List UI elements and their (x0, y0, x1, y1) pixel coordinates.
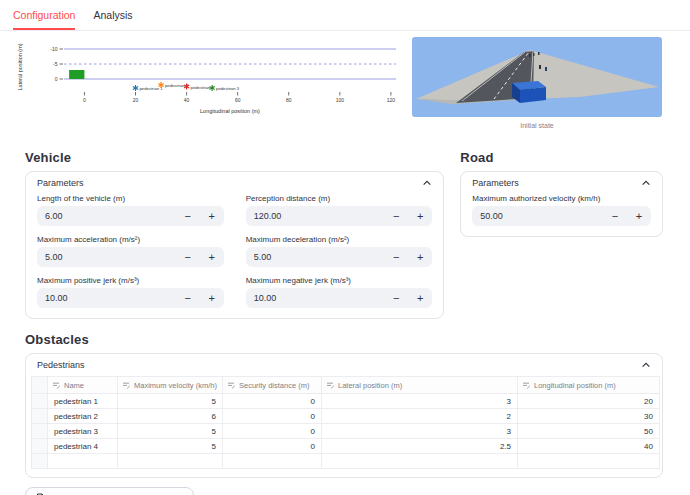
max-negative-jerk-input[interactable]: 10.00 − + (246, 288, 433, 308)
row-marker-header[interactable] (32, 377, 48, 394)
cell-security-distance[interactable]: 0 (223, 394, 322, 409)
field-label: Maximum negative jerk (m/s³) (246, 276, 433, 285)
pedestrian-figure (538, 52, 540, 55)
field-max-acceleration: Maximum acceleration (m/s²) 5.00 − + (37, 235, 224, 267)
row-marker[interactable] (32, 409, 48, 424)
cell-name[interactable]: pedestrian 1 (48, 394, 118, 409)
column-header-lateral-position[interactable]: Lateral position (m) (322, 377, 518, 394)
input-value: 120.00 (246, 211, 385, 221)
input-value: 10.00 (37, 293, 176, 303)
table-row: pedestrian 3 5 0 3 50 (32, 424, 660, 439)
svg-text:pedestrian 3: pedestrian 3 (216, 86, 240, 91)
max-authorized-velocity-input[interactable]: 50.00 − + (472, 206, 651, 226)
field-length-of-vehicle: Length of the vehicle (m) 6.00 − + (37, 194, 224, 226)
chevron-up-icon (422, 179, 432, 187)
field-max-positive-jerk: Maximum positive jerk (m/s³) 10.00 − + (37, 276, 224, 308)
max-positive-jerk-input[interactable]: 10.00 − + (37, 288, 224, 308)
tab-analysis[interactable]: Analysis (93, 9, 132, 30)
column-type-icon (326, 381, 335, 390)
cell-name[interactable]: pedestrian 2 (48, 409, 118, 424)
cell-empty[interactable] (48, 454, 118, 469)
decrement-button[interactable]: − (384, 210, 408, 222)
cell-max-velocity[interactable]: 6 (118, 409, 223, 424)
pedestrians-expander-header[interactable]: Pedestrians (26, 354, 662, 376)
cell-longitudinal-position[interactable]: 50 (518, 424, 660, 439)
cell-empty[interactable] (518, 454, 660, 469)
decrement-button[interactable]: − (603, 210, 627, 222)
column-header-name[interactable]: Name (48, 377, 118, 394)
input-value: 10.00 (246, 293, 385, 303)
vehicle-parameters-expander-header[interactable]: Parameters (26, 172, 443, 194)
road-parameters-expander-header[interactable]: Parameters (461, 172, 662, 194)
column-header-longitudinal-position[interactable]: Longitudinal position (m) (518, 377, 660, 394)
input-value: 5.00 (246, 252, 385, 262)
input-value: 50.00 (472, 211, 603, 221)
svg-text:60: 60 (235, 97, 241, 103)
cell-name[interactable]: pedestrian 3 (48, 424, 118, 439)
pedestrian-figure (533, 53, 535, 56)
increment-button[interactable]: + (627, 210, 651, 222)
decrement-button[interactable]: − (384, 251, 408, 263)
row-marker[interactable] (32, 424, 48, 439)
max-acceleration-input[interactable]: 5.00 − + (37, 247, 224, 267)
expander-label: Parameters (37, 178, 84, 188)
pedestrian-figure (545, 67, 547, 71)
cell-longitudinal-position[interactable]: 30 (518, 409, 660, 424)
row-marker[interactable] (32, 439, 48, 454)
field-label: Maximum authorized velocity (km/h) (472, 194, 651, 203)
input-value: 6.00 (37, 211, 176, 221)
increment-button[interactable]: + (408, 251, 432, 263)
vehicle-parameters-panel: Parameters Length of the vehicle (m) 6.0… (25, 171, 444, 319)
pedestrian-figure (539, 65, 541, 69)
increment-button[interactable]: + (408, 292, 432, 304)
cell-lateral-position[interactable]: 2 (322, 409, 518, 424)
row-marker[interactable] (32, 394, 48, 409)
increment-button[interactable]: + (200, 292, 224, 304)
decrement-button[interactable]: − (176, 292, 200, 304)
svg-text:Lateral position (m): Lateral position (m) (17, 43, 23, 90)
cell-lateral-position[interactable]: 2.5 (322, 439, 518, 454)
cell-max-velocity[interactable]: 5 (118, 394, 223, 409)
field-perception-distance: Perception distance (m) 120.00 − + (246, 194, 433, 226)
svg-text:20: 20 (133, 97, 139, 103)
increment-button[interactable]: + (200, 251, 224, 263)
cell-max-velocity[interactable]: 5 (118, 424, 223, 439)
cell-empty[interactable] (223, 454, 322, 469)
decrement-button[interactable]: − (176, 251, 200, 263)
table-row: pedestrian 4 5 0 2.5 40 (32, 439, 660, 454)
increment-button[interactable]: + (200, 210, 224, 222)
perception-distance-input[interactable]: 120.00 − + (246, 206, 433, 226)
field-max-negative-jerk: Maximum negative jerk (m/s³) 10.00 − + (246, 276, 433, 308)
trajectory-chart: pedestrian 1pedestrian 2pedestrian 3pede… (14, 37, 402, 129)
field-max-authorized-velocity: Maximum authorized velocity (km/h) 50.00… (472, 194, 651, 226)
pedestrians-panel: Pedestrians Name Maximum velocity (km/h)… (25, 353, 663, 478)
length-of-vehicle-input[interactable]: 6.00 − + (37, 206, 224, 226)
figure-caption: Initial state (412, 122, 662, 129)
cell-security-distance[interactable]: 0 (223, 439, 322, 454)
initial-state-render (412, 37, 662, 117)
cell-empty[interactable] (118, 454, 223, 469)
column-header-max-velocity[interactable]: Maximum velocity (km/h) (118, 377, 223, 394)
export-scenario-button[interactable]: Export current data to a scenario (25, 487, 194, 495)
row-marker[interactable] (32, 454, 48, 469)
cell-security-distance[interactable]: 0 (223, 409, 322, 424)
max-deceleration-input[interactable]: 5.00 − + (246, 247, 433, 267)
vehicle-section-title: Vehicle (25, 150, 444, 165)
column-header-security-distance[interactable]: Security distance (m) (223, 377, 322, 394)
column-type-icon (522, 381, 531, 390)
cell-empty[interactable] (322, 454, 518, 469)
cell-name[interactable]: pedestrian 4 (48, 439, 118, 454)
tab-configuration[interactable]: Configuration (13, 9, 75, 30)
svg-text:100: 100 (336, 97, 345, 103)
decrement-button[interactable]: − (384, 292, 408, 304)
cell-lateral-position[interactable]: 3 (322, 394, 518, 409)
cell-longitudinal-position[interactable]: 40 (518, 439, 660, 454)
cell-lateral-position[interactable]: 3 (322, 424, 518, 439)
svg-text:80: 80 (286, 97, 292, 103)
cell-max-velocity[interactable]: 5 (118, 439, 223, 454)
road-section-title: Road (460, 150, 663, 165)
increment-button[interactable]: + (408, 210, 432, 222)
cell-longitudinal-position[interactable]: 20 (518, 394, 660, 409)
decrement-button[interactable]: − (176, 210, 200, 222)
cell-security-distance[interactable]: 0 (223, 424, 322, 439)
